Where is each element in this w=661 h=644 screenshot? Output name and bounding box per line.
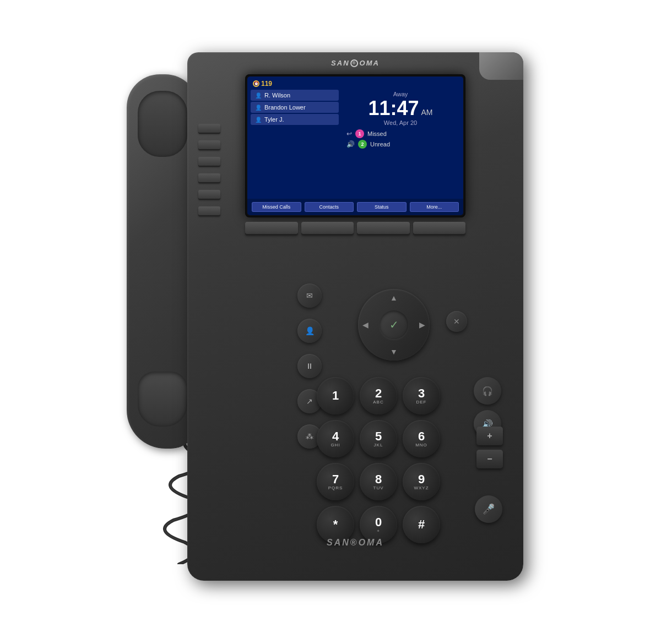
clock-date: Wed, Apr 20 (384, 119, 417, 126)
line-key-2[interactable] (198, 140, 220, 149)
voicemail-notification: 🔊 2 Unread (341, 140, 390, 149)
screen-soft-buttons: Missed Calls Contacts Status More... (247, 199, 463, 215)
nav-right-button[interactable]: ▶ (419, 320, 425, 329)
line-key-3[interactable] (198, 157, 220, 166)
brand-name-right: OMA (360, 59, 380, 67)
contact-icon-1: 👤 (255, 92, 262, 99)
unread-label: Unread (370, 141, 390, 148)
screen-clock-panel: Away 11:47 AM Wed, Apr 20 ↩ 1 Missed (341, 90, 460, 197)
missed-calls-label: Missed (367, 130, 387, 137)
screen-content: 👤 R. Wilson 👤 Brandon Lower 👤 Tyler J. (247, 90, 463, 199)
contact-name-2: Brandon Lower (264, 104, 306, 111)
contact-item-3[interactable]: 👤 Tyler J. (251, 114, 339, 125)
key-6-button[interactable]: 6MNO (403, 420, 440, 457)
phone-screen: ⏰ 119 👤 R. Wilson 👤 Brandon L (247, 77, 463, 215)
soft-key-3[interactable] (357, 222, 410, 234)
contact-icon-3: 👤 (255, 117, 262, 123)
soft-key-4[interactable] (413, 222, 466, 234)
brand-label-top: SAN ® OMA (331, 59, 380, 67)
key-4-button[interactable]: 4GHI (317, 420, 354, 457)
volume-down-button[interactable]: − (476, 450, 503, 468)
contact-item-1[interactable]: 👤 R. Wilson (251, 90, 339, 101)
key-2-button[interactable]: 2ABC (360, 377, 397, 414)
messages-button[interactable]: ✉ (297, 283, 322, 308)
soft-keys-row (245, 222, 465, 234)
missed-calls-badge: 1 (355, 129, 364, 138)
extension-number: 119 (261, 80, 272, 88)
phone-body: SAN ® OMA ⏰ 119 (187, 52, 523, 581)
screen-top-bar: ⏰ 119 (247, 77, 463, 90)
brand-label-bottom: SAN®OMA (327, 538, 384, 548)
line-keys-group (198, 124, 220, 215)
screen-btn-more[interactable]: More... (410, 202, 459, 212)
contacts-fkey-button[interactable]: 👤 (297, 319, 322, 343)
contacts-list: 👤 R. Wilson 👤 Brandon Lower 👤 Tyler J. (251, 90, 339, 197)
hold-button[interactable]: ⏸ (297, 354, 322, 378)
nav-ring: ▲ ▼ ◀ ▶ ✓ (358, 289, 430, 361)
screen-btn-missed-calls[interactable]: Missed Calls (252, 202, 301, 212)
clock-display: 11:47 AM (368, 99, 432, 118)
nav-left-button[interactable]: ◀ (362, 320, 369, 329)
clock-time: 11:47 (368, 99, 419, 118)
missed-calls-notification: ↩ 1 Missed (341, 129, 387, 138)
clock-ampm: AM (421, 108, 433, 116)
phone-device: SAN ® OMA ⏰ 119 (116, 52, 545, 592)
key-8-button[interactable]: 8TUV (360, 463, 397, 500)
line-key-4[interactable] (198, 173, 220, 182)
soft-key-1[interactable] (245, 222, 298, 234)
soft-key-2[interactable] (301, 222, 354, 234)
brand-name-left: SAN (331, 59, 349, 67)
headset-button[interactable]: 🎧 (474, 377, 501, 405)
key-9-button[interactable]: 9WXYZ (403, 463, 440, 500)
extension-display: ⏰ 119 (253, 80, 272, 88)
contact-item-2[interactable]: 👤 Brandon Lower (251, 102, 339, 113)
contact-icon-2: 👤 (255, 105, 262, 111)
key-7-button[interactable]: 7PQRS (317, 463, 354, 500)
keypad: 12ABC3DEF4GHI5JKL6MNO7PQRS8TUV9WXYZ*0+# (317, 377, 440, 543)
key-5-button[interactable]: 5JKL (360, 420, 397, 457)
key-3-button[interactable]: 3DEF (403, 377, 440, 414)
screen-btn-status[interactable]: Status (357, 202, 407, 212)
nav-ok-button[interactable]: ✓ (380, 310, 408, 339)
screen-btn-contacts[interactable]: Contacts (305, 202, 354, 212)
contact-name-1: R. Wilson (264, 92, 290, 99)
volume-controls: + − (476, 427, 503, 468)
status-clock-icon: ⏰ (253, 80, 259, 87)
unread-badge: 2 (358, 140, 367, 149)
mute-button[interactable]: 🎤 (475, 495, 502, 523)
line-key-6[interactable] (198, 206, 220, 215)
line-key-1[interactable] (198, 124, 220, 133)
missed-call-icon: ↩ (346, 130, 352, 138)
volume-up-button[interactable]: + (476, 427, 503, 445)
line-key-5[interactable] (198, 190, 220, 199)
nav-down-button[interactable]: ▼ (390, 347, 398, 356)
nav-up-button[interactable]: ▲ (390, 293, 398, 302)
key-1-button[interactable]: 1 (317, 377, 354, 414)
voicemail-icon: 🔊 (346, 140, 355, 148)
cancel-button[interactable]: ✕ (446, 311, 467, 332)
brand-logo-icon: ® (351, 59, 359, 67)
key-#-button[interactable]: # (403, 506, 440, 543)
contact-name-3: Tyler J. (264, 116, 284, 123)
screen-bezel: ⏰ 119 👤 R. Wilson 👤 Brandon L (245, 74, 465, 217)
navigation-cluster: ▲ ▼ ◀ ▶ ✓ (358, 289, 430, 361)
